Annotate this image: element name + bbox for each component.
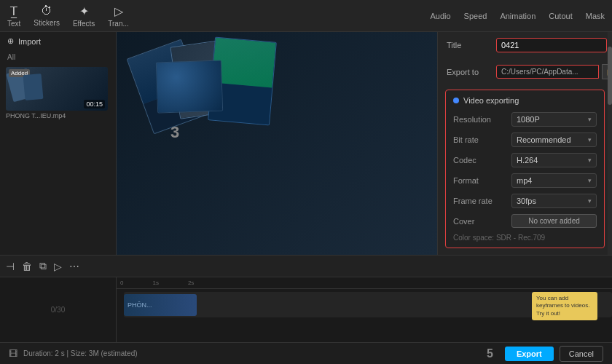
- badge-3: 3: [170, 123, 179, 142]
- format-value: mp4: [517, 176, 588, 185]
- clip-label: PHÔN...: [128, 301, 152, 309]
- video-section-header: Video exporting: [446, 96, 604, 109]
- codec-field: Codec H.264 ▾: [446, 150, 604, 170]
- resolution-select[interactable]: 1080P ▾: [511, 112, 597, 127]
- timeline-tool-delete[interactable]: 🗑: [22, 261, 32, 272]
- resolution-field: Resolution 1080P ▾: [446, 109, 604, 130]
- codec-label: Codec: [453, 156, 511, 165]
- added-label: Added: [9, 69, 30, 77]
- toolbar-text[interactable]: T̲ Text: [7, 4, 20, 28]
- codec-value: H.264: [517, 156, 588, 165]
- bitrate-select[interactable]: Recommended ▾: [511, 132, 597, 147]
- title-input[interactable]: [496, 38, 607, 52]
- codec-select[interactable]: H.264 ▾: [511, 153, 597, 167]
- preview-canvas: img: [117, 32, 437, 255]
- timeline-tool-split[interactable]: ⊣: [6, 261, 15, 272]
- main-area: ⊕ Import All Added 00:15 PHONG T...IEU.m…: [0, 32, 612, 255]
- media-name: PHONG T...IEU.mp4: [6, 112, 110, 119]
- format-field: Format mp4 ▾: [446, 170, 604, 191]
- tab-animation[interactable]: Animation: [500, 12, 536, 20]
- timeline-tool-extra[interactable]: ⋯: [69, 261, 79, 272]
- bitrate-label: Bit rate: [453, 135, 511, 144]
- text-icon: T̲: [10, 4, 17, 18]
- transitions-icon: ▷: [114, 4, 123, 18]
- color-space: Color space: SDR - Rec.709: [446, 231, 604, 245]
- export-to-row: Export to 📁 2: [438, 58, 612, 85]
- timeline-right: 0 1s 2s PHÔN... You can add keyframes to…: [117, 277, 612, 342]
- badge-4: 4: [448, 253, 456, 255]
- framerate-select[interactable]: 30fps ▾: [511, 194, 597, 208]
- video-section-title: Video exporting: [463, 96, 519, 105]
- film-icon: 🎞: [9, 349, 17, 359]
- resolution-value: 1080P: [517, 115, 588, 124]
- video-exporting-section: Video exporting Resolution 1080P ▾ Bit r…: [445, 90, 605, 248]
- center-preview: img 3: [117, 32, 437, 255]
- export-panel: Title 1 Export to 📁 2 Video exporting Re…: [437, 32, 612, 255]
- framerate-field: Frame rate 30fps ▾: [446, 191, 604, 211]
- cover-button[interactable]: No cover added: [511, 214, 597, 228]
- path-row: 📁: [496, 64, 612, 79]
- video-enabled-dot[interactable]: [453, 98, 459, 103]
- timeline-toolbar: ⊣ 🗑 ⧉ ▷ ⋯: [0, 256, 612, 277]
- cover-label: Cover: [453, 217, 511, 226]
- timeline-left: 0/30: [0, 277, 117, 342]
- toolbar-stickers[interactable]: ⏱ Stickers: [34, 4, 60, 27]
- import-arrow: ⊕: [7, 36, 14, 46]
- tab-cutout[interactable]: Cutout: [549, 12, 572, 20]
- export-to-label: Export to: [447, 68, 490, 76]
- timeline-tool-play[interactable]: ▷: [54, 261, 62, 272]
- export-path-input[interactable]: [496, 65, 599, 79]
- resolution-label: Resolution: [453, 115, 511, 124]
- codec-chevron: ▾: [588, 157, 592, 164]
- format-select[interactable]: mp4 ▾: [511, 173, 597, 188]
- resolution-chevron: ▾: [588, 116, 592, 123]
- cover-field: Cover No cover added: [446, 211, 604, 231]
- footer: 🎞 Duration: 2 s | Size: 3M (estimated) 5…: [0, 342, 612, 364]
- all-label: All: [0, 50, 116, 64]
- framerate-label: Frame rate: [453, 197, 511, 205]
- bitrate-chevron: ▾: [588, 136, 592, 143]
- media-thumbnail[interactable]: Added 00:15: [6, 67, 108, 111]
- badge-5: 5: [487, 347, 493, 360]
- format-label: Format: [453, 176, 511, 185]
- media-item: Added 00:15 PHONG T...IEU.mp4: [0, 64, 116, 122]
- export-button[interactable]: Export: [505, 347, 554, 361]
- tab-mask[interactable]: Mask: [586, 12, 605, 20]
- toolbar-transitions[interactable]: ▷ Tran...: [108, 4, 129, 28]
- stickers-icon: ⏱: [41, 4, 52, 17]
- toolbar-right-tabs: Audio Speed Animation Cutout Mask: [430, 12, 605, 20]
- keyframe-tooltip-text: You can add keyframes to videos. Try it …: [536, 295, 589, 317]
- effects-icon: ✦: [79, 4, 89, 18]
- cancel-button[interactable]: Cancel: [560, 346, 603, 362]
- import-label: Import: [18, 37, 41, 46]
- bitrate-field: Bit rate Recommended ▾: [446, 130, 604, 150]
- format-chevron: ▾: [588, 177, 592, 184]
- timeline: ⊣ 🗑 ⧉ ▷ ⋯ 0/30 0 1s 2s PHÔN... You can a: [0, 255, 612, 342]
- framerate-chevron: ▾: [588, 197, 592, 205]
- import-button[interactable]: ⊕ Import: [0, 32, 116, 50]
- scrollbar-thumb[interactable]: [608, 47, 612, 105]
- toolbar-effects[interactable]: ✦ Effects: [73, 4, 95, 28]
- scrollbar[interactable]: [608, 32, 612, 255]
- framerate-value: 30fps: [517, 197, 588, 205]
- left-panel: ⊕ Import All Added 00:15 PHONG T...IEU.m…: [0, 32, 117, 255]
- timeline-tool-copy[interactable]: ⧉: [39, 260, 47, 272]
- toolbar: T̲ Text ⏱ Stickers ✦ Effects ▷ Tran... A…: [0, 0, 612, 32]
- title-row: Title 1: [438, 32, 612, 58]
- footer-info: Duration: 2 s | Size: 3M (estimated): [23, 349, 481, 357]
- media-duration: 00:15: [84, 100, 105, 108]
- tab-audio[interactable]: Audio: [430, 12, 450, 20]
- keyframe-tooltip: You can add keyframes to videos. Try it …: [532, 292, 597, 320]
- timeline-body: 0/30 0 1s 2s PHÔN... You can add keyfram…: [0, 277, 612, 342]
- bitrate-value: Recommended: [517, 135, 588, 144]
- tab-speed[interactable]: Speed: [464, 12, 487, 20]
- video-clip[interactable]: PHÔN...: [124, 294, 197, 316]
- title-label: Title: [447, 41, 490, 50]
